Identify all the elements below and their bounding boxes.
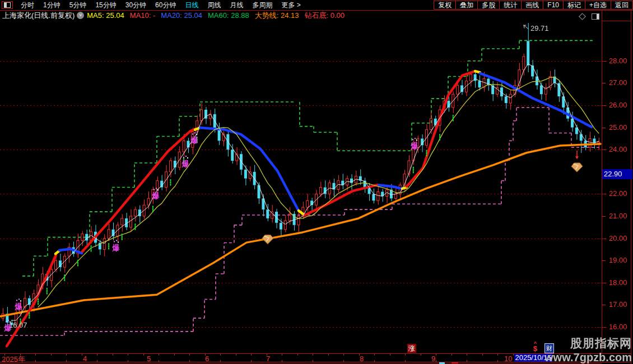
menu-item-月线[interactable]: 月线 [225,1,248,10]
time-minor-tick [513,353,514,356]
menu-button-+自选[interactable]: +自选 [585,1,611,10]
time-minor-tick [35,353,36,356]
time-minor-tick [374,353,375,356]
legend-item: MA5: 25.04 [87,11,124,20]
time-minor-tick [267,353,267,356]
price-label-22.00: 22.00 [609,189,632,198]
menu-item-5分钟[interactable]: 5分钟 [65,1,91,10]
menu-item-60分钟[interactable]: 60分钟 [151,1,180,10]
date-label-10: 10 [504,354,512,363]
price-label-25.00: 25.00 [609,123,632,132]
date-label-2025年: 2025年 [2,354,25,364]
axis-top-line [602,21,631,21]
price-label-17.00: 17.00 [609,300,632,309]
date-label-7: 7 [266,354,270,363]
menu-button-复权[interactable]: 复权 [434,1,456,10]
time-minor-tick [51,353,52,356]
time-minor-tick [66,353,67,356]
legend-item: MA10: - [130,11,156,20]
time-minor-tick [297,353,298,356]
price-label-24.00: 24.00 [609,145,632,153]
candlestick-chart[interactable] [0,21,602,353]
price-tick [602,216,606,217]
ma-legend: MA5: 25.04MA10: -MA20: 25.04MA60: 28.88大… [87,10,350,21]
menubar: 分时1分钟5分钟15分钟30分钟60分钟日线周线月线多周期更多 > 复权叠加多股… [0,0,633,11]
time-minor-tick [128,353,128,356]
corner-icons [580,13,599,20]
menu-button-叠加[interactable]: 叠加 [455,1,478,10]
grid-stub [597,239,607,239]
legend-item: 钻石底: 0.00 [305,11,345,20]
axis-divider [602,10,602,353]
menu-button-多股[interactable]: 多股 [477,1,500,10]
time-minor-tick [497,360,498,362]
last-price-badge: 22.90 [602,169,632,179]
time-minor-tick [436,353,436,356]
time-minor-tick [482,353,483,356]
price-label-20.00: 20.00 [609,234,632,242]
price-label-19.00: 19.00 [609,256,632,264]
menu-button-返回[interactable]: 返回 [611,1,633,10]
menu-button-统计[interactable]: 统计 [499,1,522,10]
price-label-16.00: 16.00 [609,323,632,331]
time-minor-tick [421,353,421,356]
time-minor-tick [4,353,5,356]
grid-stub [597,105,607,106]
time-minor-tick [236,353,236,356]
menu-item-30分钟[interactable]: 30分钟 [121,1,151,10]
zhang-badge[interactable]: 涨 [407,344,416,353]
time-minor-tick [251,353,252,356]
watermark-site-name: 股朋指标网 [544,335,632,351]
time-minor-tick [20,353,21,356]
time-minor-tick [66,360,67,362]
window-icon[interactable] [2,1,13,9]
menu-item-分时[interactable]: 分时 [16,1,39,10]
menu-item-1分钟[interactable]: 1分钟 [39,1,65,10]
time-minor-tick [359,353,360,356]
time-minor-tick [436,360,436,362]
price-label-28.00: 28.00 [609,57,632,65]
time-minor-tick [467,360,467,362]
dollar-icon[interactable]: ^$ [533,344,537,353]
time-minor-tick [405,360,406,362]
menu-item-周线[interactable]: 周线 [203,1,225,10]
time-minor-tick [374,360,375,362]
time-minor-tick [343,360,344,362]
menu-item-更多 >[interactable]: 更多 > [277,1,305,10]
menu-button-F10[interactable]: F10 [543,1,564,10]
date-label-8: 8 [360,354,364,363]
time-minor-tick [189,353,190,356]
legend-item: MA60: 28.88 [208,11,249,20]
time-minor-tick [113,353,113,356]
chevron-down-icon[interactable]: ˅ [77,12,84,19]
time-minor-tick [4,360,5,362]
time-minor-tick [205,353,206,356]
tool-menu: 复权叠加多股统计画线F10标记+自选返回 [434,1,633,10]
time-minor-tick [282,360,282,362]
time-minor-tick [159,353,159,356]
time-minor-tick [97,353,97,356]
watermark-url: www.7gpzb.com [544,351,632,364]
time-minor-tick [174,353,175,356]
dollar-hat: ^ [534,340,537,346]
price-tick [602,83,606,83]
window-icon-glyph [4,2,11,8]
titlebar: 上海家化(日线.前复权) ˅ MA5: 25.04MA10: -MA20: 25… [0,10,633,21]
grid-stub [597,327,607,328]
diamond-outline-icon[interactable] [579,13,586,20]
menu-button-标记[interactable]: 标记 [563,1,585,10]
stock-chart-app: 分时1分钟5分钟15分钟30分钟60分钟日线周线月线多周期更多 > 复权叠加多股… [0,0,633,364]
date-label-4: 4 [83,354,87,363]
grid-stub [597,283,607,283]
menu-item-多周期[interactable]: 多周期 [248,1,277,10]
time-minor-tick [328,353,329,356]
menu-item-日线[interactable]: 日线 [180,1,203,10]
legend-item: MA20: 25.04 [161,11,202,20]
period-menu: 分时1分钟5分钟15分钟30分钟60分钟日线周线月线多周期更多 > [16,0,305,10]
panel-layout-icon[interactable] [592,13,599,20]
time-minor-tick [343,353,344,356]
time-minor-tick [313,353,313,356]
menu-item-15分钟[interactable]: 15分钟 [91,1,120,10]
menu-button-画线[interactable]: 画线 [521,1,543,10]
price-label-18.00: 18.00 [609,278,632,287]
